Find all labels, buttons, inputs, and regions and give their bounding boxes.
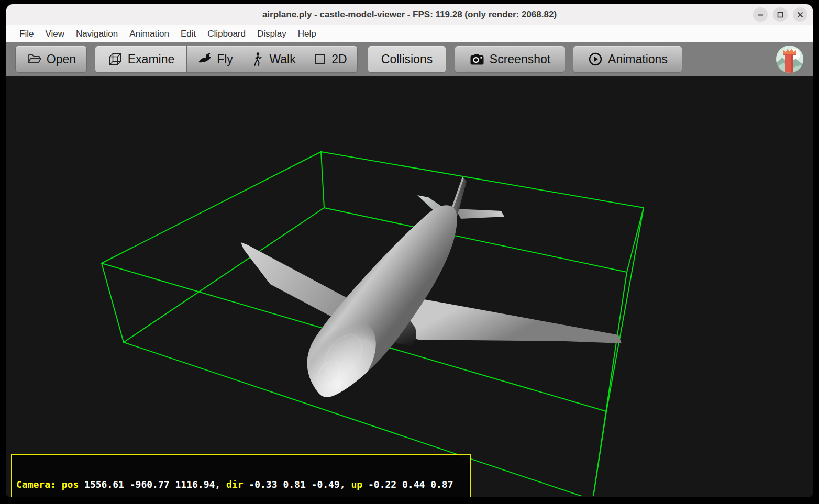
camera-pos-label: pos: [62, 479, 84, 490]
play-circle-icon: [588, 51, 603, 67]
2d-label: 2D: [331, 52, 347, 66]
camera-up-label: up: [351, 479, 368, 490]
menu-edit[interactable]: Edit: [175, 25, 202, 42]
maximize-icon: [773, 7, 788, 22]
close-button[interactable]: [793, 7, 807, 22]
walk-button[interactable]: Walk: [244, 46, 303, 73]
status-overlay: Camera: pos 1556.61 -960.77 1116.94, dir…: [11, 454, 471, 497]
viewport-3d[interactable]: Camera: pos 1556.61 -960.77 1116.94, dir…: [6, 76, 813, 497]
camera-dir-label: dir: [226, 479, 249, 490]
menu-clipboard[interactable]: Clipboard: [202, 25, 251, 42]
close-icon: [793, 7, 807, 22]
open-folder-icon: [26, 52, 42, 66]
navigation-mode-group: Examine Fly Walk 2D: [95, 46, 358, 73]
walk-label: Walk: [269, 52, 295, 66]
menu-display[interactable]: Display: [251, 25, 292, 42]
open-label: Open: [47, 52, 76, 66]
examine-button[interactable]: Examine: [95, 46, 187, 73]
bird-icon: [197, 52, 212, 66]
maximize-button[interactable]: [773, 7, 788, 22]
camera-label: Camera:: [16, 479, 62, 490]
castle-game-engine-logo: [776, 46, 803, 73]
menu-animation[interactable]: Animation: [124, 25, 175, 42]
app-window: airplane.ply - castle-model-viewer - FPS…: [6, 4, 813, 497]
camera-up-value: -0.22 0.44 0.87: [368, 479, 453, 490]
camera-icon: [469, 52, 485, 66]
minimize-icon: [753, 7, 768, 22]
menu-bar: File View Navigation Animation Edit Clip…: [6, 25, 813, 42]
examine-label: Examine: [128, 52, 174, 66]
scene-canvas: [6, 76, 813, 496]
collisions-label: Collisions: [381, 52, 433, 66]
animations-label: Animations: [608, 52, 668, 66]
title-bar[interactable]: airplane.ply - castle-model-viewer - FPS…: [6, 4, 813, 25]
person-walk-icon: [251, 52, 264, 66]
minimize-button[interactable]: [753, 7, 768, 22]
fly-label: Fly: [217, 52, 233, 66]
menu-view[interactable]: View: [39, 25, 70, 42]
square-2d-icon: [313, 52, 327, 66]
camera-dir-value: -0.33 0.81 -0.49,: [249, 479, 351, 490]
open-button[interactable]: Open: [15, 46, 87, 73]
screenshot-label: Screenshot: [490, 52, 550, 66]
camera-pos-value: 1556.61 -960.77 1116.94,: [84, 479, 226, 490]
menu-navigation[interactable]: Navigation: [70, 25, 124, 42]
cube-icon: [107, 51, 123, 67]
window-title: airplane.ply - castle-model-viewer - FPS…: [6, 4, 813, 25]
camera-status-line: Camera: pos 1556.61 -960.77 1116.94, dir…: [16, 479, 466, 490]
menu-file[interactable]: File: [14, 25, 39, 42]
collisions-button[interactable]: Collisions: [368, 46, 446, 73]
fly-button[interactable]: Fly: [186, 46, 244, 73]
2d-button[interactable]: 2D: [303, 46, 358, 73]
menu-help[interactable]: Help: [292, 25, 322, 42]
animations-button[interactable]: Animations: [573, 46, 682, 73]
toolbar: Open Examine Fly: [6, 42, 813, 76]
window-controls: [753, 7, 807, 22]
screenshot-button[interactable]: Screenshot: [455, 46, 565, 73]
